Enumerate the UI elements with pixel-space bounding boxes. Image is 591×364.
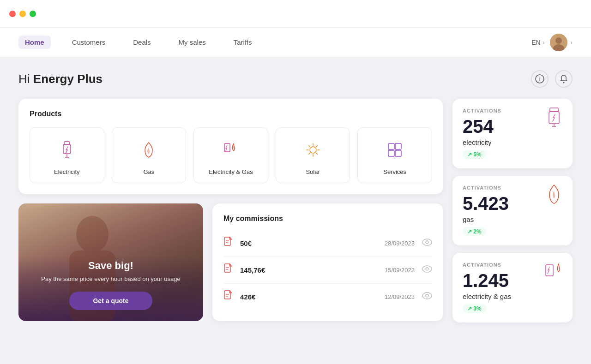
stat-badge-2: ↗ 3% (463, 304, 486, 313)
svg-line-16 (308, 146, 310, 147)
svg-rect-45 (546, 265, 553, 276)
commission-row-1: 145,76€ 15/09/2023 (223, 257, 432, 284)
svg-rect-21 (395, 143, 401, 149)
traffic-lights (9, 11, 36, 17)
view-commission-1[interactable] (422, 265, 432, 275)
commission-row-0: 50€ 28/09/2023 (223, 230, 432, 257)
gas-icon (136, 137, 162, 163)
commission-amount-1: 145,76€ (240, 266, 377, 274)
promo-title: Save big! (30, 260, 192, 272)
svg-rect-23 (395, 150, 401, 156)
product-solar[interactable]: Solar (276, 127, 350, 183)
document-icon-1 (223, 263, 233, 277)
nav-links: Home Customers Deals My sales Tariffs (18, 36, 531, 49)
maximize-button[interactable] (30, 11, 36, 17)
nav-right: EN › › (531, 34, 573, 51)
commission-date-1: 15/09/2023 (385, 267, 415, 274)
svg-line-19 (308, 153, 310, 155)
greeting-text: Hi Energy Plus (18, 72, 103, 86)
svg-line-17 (316, 153, 317, 155)
nav-home[interactable]: Home (18, 36, 51, 49)
product-gas[interactable]: Gas (112, 127, 187, 183)
products-grid: Electricity Gas (30, 127, 432, 183)
avatar-chevron-icon: › (570, 39, 573, 46)
svg-point-39 (422, 292, 432, 299)
svg-point-24 (76, 216, 109, 253)
commission-row-2: 426€ 12/09/2023 (223, 284, 432, 310)
commission-date-0: 28/09/2023 (385, 240, 415, 247)
electricity-icon (54, 137, 80, 163)
content-row: Products Electr (18, 99, 573, 322)
view-commission-0[interactable] (422, 239, 432, 248)
svg-rect-10 (224, 143, 230, 152)
greeting-icons: i (531, 70, 573, 88)
electricity-label: Electricity (54, 168, 80, 175)
products-title: Products (30, 110, 432, 118)
products-card: Products Electr (18, 99, 443, 194)
services-icon (382, 137, 408, 163)
main-content: Hi Energy Plus i Products (0, 57, 591, 335)
services-label: Services (383, 168, 406, 175)
commission-amount-0: 50€ (240, 239, 377, 247)
promo-card: Save big! Pay the same price every hour … (18, 203, 203, 321)
svg-point-30 (426, 241, 428, 244)
product-electricity[interactable]: Electricity (30, 127, 104, 183)
stat-badge-1: ↗ 2% (463, 227, 486, 236)
stat-type-2: electricity & gas (463, 292, 562, 300)
view-commission-2[interactable] (422, 292, 432, 302)
minimize-button[interactable] (19, 11, 26, 17)
document-icon-2 (223, 290, 233, 304)
stat-electricity-icon (544, 107, 564, 127)
stat-gas-icon (544, 184, 564, 204)
svg-point-35 (426, 268, 428, 270)
promo-subtitle: Pay the same price every hour based on y… (30, 275, 192, 282)
info-button[interactable]: i (531, 70, 549, 88)
greeting-section: Hi Energy Plus i (18, 70, 573, 88)
stat-electricity-gas-icon (544, 261, 564, 281)
nav-customers[interactable]: Customers (66, 36, 112, 49)
stat-badge-0: ↗ 5% (463, 150, 486, 159)
electricity-gas-label: Electricity & Gas (209, 168, 253, 175)
promo-content: Save big! Pay the same price every hour … (18, 249, 203, 321)
stat-type-0: electricity (463, 138, 562, 146)
electricity-gas-icon (218, 137, 244, 163)
product-services[interactable]: Services (357, 127, 432, 183)
svg-line-18 (316, 146, 317, 147)
svg-rect-22 (388, 150, 394, 156)
navbar: Home Customers Deals My sales Tariffs EN… (0, 28, 591, 57)
svg-point-29 (422, 239, 432, 245)
stat-card-gas: ACTIVATIONS 5.423 gas ↗ 2% (452, 176, 573, 245)
commission-amount-2: 426€ (240, 293, 377, 301)
titlebar (0, 0, 591, 28)
user-avatar-button[interactable]: › (550, 34, 573, 51)
stat-card-electricity: ACTIVATIONS 254 electricity ↗ 5% (452, 99, 573, 168)
gas-label: Gas (143, 168, 154, 175)
avatar (550, 34, 567, 51)
stat-type-1: gas (463, 215, 562, 223)
nav-tariffs[interactable]: Tariffs (227, 36, 259, 49)
solar-icon (300, 137, 326, 163)
notification-button[interactable] (555, 70, 573, 88)
commissions-title: My commissions (223, 215, 432, 223)
bottom-row: Save big! Pay the same price every hour … (18, 203, 443, 321)
chevron-right-icon: › (543, 39, 545, 46)
nav-deals[interactable]: Deals (127, 36, 157, 49)
nav-my-sales[interactable]: My sales (172, 36, 212, 49)
svg-rect-20 (388, 143, 394, 149)
svg-text:i: i (539, 76, 541, 83)
svg-rect-41 (550, 108, 558, 112)
product-electricity-gas[interactable]: Electricity & Gas (193, 127, 268, 183)
commissions-card: My commissions 50€ 28/09/2023 (212, 203, 443, 321)
get-quote-button[interactable]: Get a quote (69, 292, 152, 310)
document-icon-0 (223, 237, 233, 250)
svg-point-34 (422, 266, 432, 272)
svg-point-11 (310, 147, 316, 153)
commission-date-2: 12/09/2023 (385, 293, 415, 300)
svg-point-40 (426, 294, 428, 297)
left-column: Products Electr (18, 99, 443, 322)
svg-rect-6 (64, 142, 70, 144)
close-button[interactable] (9, 11, 16, 17)
svg-point-1 (555, 37, 562, 44)
language-selector[interactable]: EN › (531, 39, 544, 46)
right-column: ACTIVATIONS 254 electricity ↗ 5% ACTIVAT… (452, 99, 573, 322)
